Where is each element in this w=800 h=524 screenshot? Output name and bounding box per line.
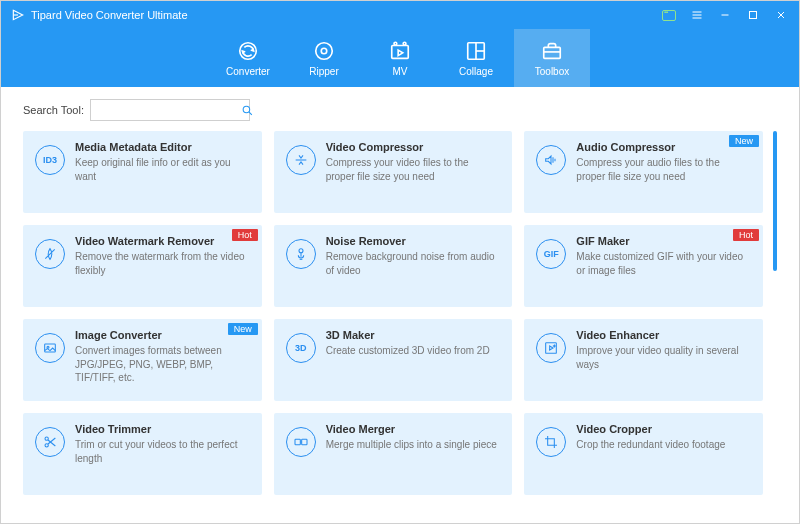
image-convert-icon	[35, 333, 65, 363]
ID3-icon: ID3	[35, 145, 65, 175]
tool-title: Video Watermark Remover	[75, 235, 248, 247]
tool-title: Video Merger	[326, 423, 499, 435]
tool-title: Video Trimmer	[75, 423, 248, 435]
tab-converter[interactable]: Converter	[210, 29, 286, 87]
audio-compress-icon	[536, 145, 566, 175]
noise-icon	[286, 239, 316, 269]
tab-label: Ripper	[309, 66, 338, 77]
close-button[interactable]	[767, 1, 795, 29]
scrollbar-thumb[interactable]	[773, 131, 777, 271]
tool-card[interactable]: Video EnhancerImprove your video quality…	[524, 319, 763, 401]
svg-rect-36	[301, 439, 306, 444]
tab-label: MV	[393, 66, 408, 77]
svg-point-8	[316, 42, 333, 59]
tool-card[interactable]: Video TrimmerTrim or cut your videos to …	[23, 413, 262, 495]
tool-title: 3D Maker	[326, 329, 499, 341]
tool-card[interactable]: Video MergerMerge multiple clips into a …	[274, 413, 513, 495]
tool-title: Video Enhancer	[576, 329, 749, 341]
tool-card-body: 3D MakerCreate customized 3D video from …	[326, 329, 499, 391]
main-toolbar: Converter Ripper MV Collage Toolbox	[1, 29, 799, 87]
tab-label: Collage	[459, 66, 493, 77]
tool-card[interactable]: Video CropperCrop the redundant video fo…	[524, 413, 763, 495]
feedback-button[interactable]	[655, 1, 683, 29]
crop-icon	[536, 427, 566, 457]
tool-card-body: GIF MakerMake customized GIF with your v…	[576, 235, 749, 297]
svg-rect-17	[544, 47, 561, 58]
tab-label: Toolbox	[535, 66, 569, 77]
tool-card-body: Video TrimmerTrim or cut your videos to …	[75, 423, 248, 485]
GIF-icon: GIF	[536, 239, 566, 269]
tool-desc: Improve your video quality in several wa…	[576, 344, 749, 371]
svg-point-19	[243, 106, 250, 113]
tool-card[interactable]: Noise RemoverRemove background noise fro…	[274, 225, 513, 307]
new-badge: New	[729, 135, 759, 147]
scrollbar[interactable]	[773, 131, 777, 509]
tool-title: Video Cropper	[576, 423, 749, 435]
3D-icon: 3D	[286, 333, 316, 363]
tool-card-body: Video MergerMerge multiple clips into a …	[326, 423, 499, 485]
svg-rect-4	[750, 12, 757, 19]
tool-title: GIF Maker	[576, 235, 749, 247]
titlebar: Tipard Video Converter Ultimate	[1, 1, 799, 29]
tool-card-body: Image ConverterConvert images formats be…	[75, 329, 248, 391]
tab-toolbox[interactable]: Toolbox	[514, 29, 590, 87]
tool-card[interactable]: 3D3D MakerCreate customized 3D video fro…	[274, 319, 513, 401]
tab-ripper[interactable]: Ripper	[286, 29, 362, 87]
search-box	[90, 99, 250, 121]
new-badge: New	[228, 323, 258, 335]
svg-line-24	[45, 249, 54, 258]
tool-desc: Trim or cut your videos to the perfect l…	[75, 438, 248, 465]
tool-card-body: Video CompressorCompress your video file…	[326, 141, 499, 203]
tool-card[interactable]: GIFGIF MakerMake customized GIF with you…	[524, 225, 763, 307]
search-input[interactable]	[91, 100, 241, 120]
content-area: Search Tool: ID3Media Metadata EditorKee…	[1, 87, 799, 523]
svg-point-32	[45, 444, 48, 447]
tool-desc: Remove background noise from audio of vi…	[326, 250, 499, 277]
svg-point-12	[403, 42, 406, 45]
tool-desc: Compress your audio files to the proper …	[576, 156, 749, 183]
search-row: Search Tool:	[23, 99, 777, 121]
svg-point-25	[299, 249, 303, 253]
menu-button[interactable]	[683, 1, 711, 29]
tool-card-body: Video EnhancerImprove your video quality…	[576, 329, 749, 391]
tool-card-body: Video Watermark RemoverRemove the waterm…	[75, 235, 248, 297]
tool-desc: Compress your video files to the proper …	[326, 156, 499, 183]
tool-desc: Crop the redundant video footage	[576, 438, 749, 452]
tool-card-body: Audio CompressorCompress your audio file…	[576, 141, 749, 203]
tool-desc: Create customized 3D video from 2D	[326, 344, 499, 358]
no-watermark-icon	[35, 239, 65, 269]
minimize-button[interactable]	[711, 1, 739, 29]
svg-marker-13	[398, 50, 403, 56]
tool-title: Image Converter	[75, 329, 248, 341]
tab-mv[interactable]: MV	[362, 29, 438, 87]
app-window: Tipard Video Converter Ultimate Converte…	[0, 0, 800, 524]
svg-point-31	[45, 437, 48, 440]
scissors-icon	[35, 427, 65, 457]
tool-card-body: Noise RemoverRemove background noise fro…	[326, 235, 499, 297]
tool-desc: Remove the watermark from the video flex…	[75, 250, 248, 277]
tool-card-body: Media Metadata EditorKeep original file …	[75, 141, 248, 203]
merge-icon	[286, 427, 316, 457]
search-label: Search Tool:	[23, 104, 84, 116]
svg-rect-35	[295, 439, 300, 444]
hot-badge: Hot	[232, 229, 258, 241]
app-logo-icon	[11, 8, 25, 22]
enhance-icon	[536, 333, 566, 363]
tool-card[interactable]: Image ConverterConvert images formats be…	[23, 319, 262, 401]
tool-card[interactable]: ID3Media Metadata EditorKeep original fi…	[23, 131, 262, 213]
tool-title: Video Compressor	[326, 141, 499, 153]
tab-collage[interactable]: Collage	[438, 29, 514, 87]
tool-title: Media Metadata Editor	[75, 141, 248, 153]
tools-grid: ID3Media Metadata EditorKeep original fi…	[23, 131, 763, 509]
svg-point-11	[394, 42, 397, 45]
tool-title: Noise Remover	[326, 235, 499, 247]
tool-card[interactable]: Video CompressorCompress your video file…	[274, 131, 513, 213]
compress-icon	[286, 145, 316, 175]
tool-title: Audio Compressor	[576, 141, 749, 153]
search-button[interactable]	[241, 100, 254, 120]
tool-card[interactable]: Audio CompressorCompress your audio file…	[524, 131, 763, 213]
app-title: Tipard Video Converter Ultimate	[31, 9, 188, 21]
svg-marker-30	[550, 346, 553, 350]
tool-card[interactable]: Video Watermark RemoverRemove the waterm…	[23, 225, 262, 307]
maximize-button[interactable]	[739, 1, 767, 29]
